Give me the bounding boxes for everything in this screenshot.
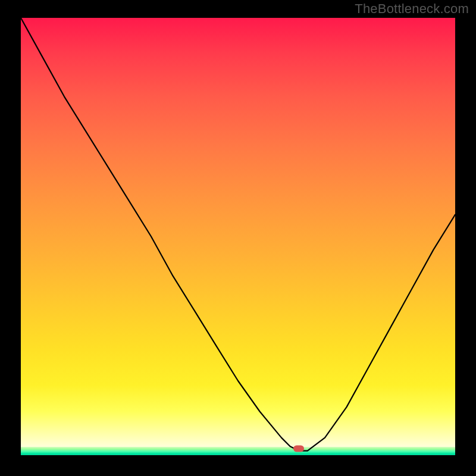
chart-frame: TheBottleneck.com (0, 0, 476, 476)
curve-svg (21, 18, 455, 455)
plot-area (21, 18, 455, 455)
bottleneck-curve-path (21, 18, 455, 451)
watermark-text: TheBottleneck.com (355, 1, 469, 17)
optimal-marker (293, 445, 304, 452)
